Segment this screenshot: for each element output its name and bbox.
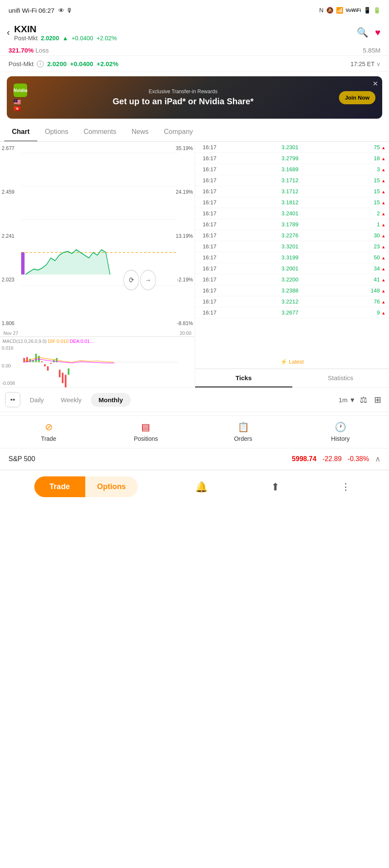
tick-time: 16:17 bbox=[197, 276, 222, 283]
nav-history[interactable]: 🕐 History bbox=[292, 422, 389, 442]
period-monthly[interactable]: Monthly bbox=[91, 393, 131, 407]
postmkt-row-label: Post-Mkt bbox=[8, 60, 34, 67]
tick-price: 3.2401 bbox=[222, 210, 358, 217]
tick-time: 16:17 bbox=[197, 188, 222, 195]
ad-subtitle: Exclusive Transfer-in Rewards bbox=[31, 89, 336, 95]
more-menu-icon[interactable]: ⋮ bbox=[337, 481, 355, 492]
market-ticker[interactable]: S&P 500 5998.74 -22.89 -0.38% ∧ bbox=[0, 448, 389, 470]
tick-row: 16:17 3.2200 41 ▲ bbox=[195, 274, 389, 285]
notification-bell-icon[interactable]: 🔔 bbox=[189, 481, 214, 493]
chevron-down-icon: ∨ bbox=[376, 61, 381, 67]
share-icon[interactable]: ⬆ bbox=[265, 481, 285, 493]
tab-company[interactable]: Company bbox=[156, 123, 200, 142]
tick-direction-icon: ▲ bbox=[381, 178, 386, 183]
macd-dea: DEA:0.01... bbox=[70, 339, 93, 344]
macd-y-labels: 0.016 0.00 -0.008 bbox=[2, 345, 15, 386]
postmkt-price: 2.0200 bbox=[41, 35, 59, 42]
latest-row[interactable]: ⚡ Latest bbox=[195, 355, 389, 369]
tick-row: 16:17 3.2001 34 ▲ bbox=[195, 263, 389, 274]
nav-positions-label: Positions bbox=[134, 435, 158, 442]
indicator-icon[interactable]: ⚖ bbox=[357, 395, 370, 405]
svg-rect-20 bbox=[50, 363, 52, 364]
nav-positions[interactable]: ▤ Positions bbox=[97, 422, 194, 442]
tick-row: 16:17 3.1812 15 ▲ bbox=[195, 197, 389, 208]
postmkt-row: Post-Mkt i 2.0200 +0.0400 +2.02% 17:25 E… bbox=[0, 56, 389, 72]
vowifi-icon: VoWiFi bbox=[346, 8, 361, 13]
postmkt-label: Post-Mkt bbox=[14, 35, 37, 42]
tick-volume: 2 ▲ bbox=[358, 210, 387, 217]
ticks-list[interactable]: 16:17 3.2301 75 ▲ 16:17 3.2799 18 ▲ 16:1… bbox=[195, 142, 389, 355]
tab-comments[interactable]: Comments bbox=[76, 123, 124, 142]
ticks-switch-btn[interactable]: Ticks bbox=[195, 369, 292, 387]
tick-row: 16:17 3.1712 15 ▲ bbox=[195, 186, 389, 197]
interval-value: 1m bbox=[339, 396, 347, 403]
trade-options-group: Trade Options bbox=[34, 476, 138, 497]
options-button[interactable]: Options bbox=[85, 476, 138, 497]
collapse-button[interactable]: ▪▪ bbox=[5, 392, 20, 407]
postmkt-time[interactable]: 17:25 ET ∨ bbox=[350, 61, 381, 67]
nav-orders[interactable]: 📋 Orders bbox=[195, 422, 292, 442]
bottom-nav: ⊘ Trade ▤ Positions 📋 Orders 🕐 History bbox=[0, 415, 389, 448]
chart-main[interactable]: 2.677 2.459 2.241 2.023 1.806 35.19% 24.… bbox=[0, 142, 195, 330]
tab-chart[interactable]: Chart bbox=[4, 123, 37, 142]
svg-rect-5 bbox=[21, 253, 25, 275]
chart-bottom-labels: Nov 27 20:00 bbox=[0, 330, 195, 337]
period-daily[interactable]: Daily bbox=[22, 393, 51, 407]
tick-direction-icon: ▲ bbox=[381, 211, 386, 216]
tick-price: 3.3201 bbox=[222, 243, 358, 250]
tick-price: 3.1689 bbox=[222, 166, 358, 172]
search-icon[interactable]: 🔍 bbox=[357, 27, 368, 38]
tick-direction-icon: ▲ bbox=[381, 267, 386, 271]
tick-time: 16:17 bbox=[197, 166, 222, 172]
tick-time: 16:17 bbox=[197, 309, 222, 316]
history-nav-icon: 🕐 bbox=[335, 422, 346, 433]
chart-svg: ⟳ → bbox=[0, 142, 195, 330]
tick-time: 16:17 bbox=[197, 199, 222, 206]
latest-label: Latest bbox=[289, 359, 304, 365]
back-button[interactable]: ‹ bbox=[7, 27, 10, 38]
tab-options[interactable]: Options bbox=[37, 123, 76, 142]
svg-text:→: → bbox=[145, 275, 151, 284]
sp500-change: -22.89 bbox=[322, 455, 341, 463]
svg-rect-25 bbox=[65, 375, 67, 387]
sp500-values: 5998.74 -22.89 -0.38% ∧ bbox=[292, 454, 381, 464]
statistics-switch-btn[interactable]: Statistics bbox=[292, 369, 389, 387]
nav-orders-label: Orders bbox=[234, 435, 252, 442]
info-icon[interactable]: i bbox=[37, 61, 44, 67]
sp500-pct: -0.38% bbox=[347, 455, 369, 463]
trade-button[interactable]: Trade bbox=[34, 476, 85, 497]
nav-trade[interactable]: ⊘ Trade bbox=[0, 422, 97, 442]
chart-date-label: Nov 27 bbox=[3, 331, 18, 336]
ticks-stats-switch: Ticks Statistics bbox=[195, 369, 389, 387]
ad-banner: ✕ Nvidia 🇲🇾🇭🇰 Exclusive Transfer-in Rewa… bbox=[7, 76, 382, 119]
ad-close-button[interactable]: ✕ bbox=[372, 80, 378, 88]
tick-row: 16:17 3.3199 50 ▲ bbox=[195, 252, 389, 263]
tabs-row: Chart Options Comments News Company bbox=[0, 123, 389, 142]
tick-price: 3.3199 bbox=[222, 254, 358, 261]
ad-title: Get up to an iPad* or Nvidia Share* bbox=[31, 96, 336, 106]
tick-direction-icon: ▲ bbox=[381, 223, 386, 227]
tab-news[interactable]: News bbox=[124, 123, 156, 142]
tick-volume: 76 ▲ bbox=[358, 298, 387, 305]
ticker-info: KXIN Post-Mkt 2.0200 ▲ +0.0400 +2.02% bbox=[14, 24, 117, 42]
layout-icon[interactable]: ⊞ bbox=[372, 395, 384, 405]
tick-time: 16:17 bbox=[197, 177, 222, 184]
interval-selector[interactable]: 1m ▼ bbox=[339, 396, 355, 403]
tick-row: 16:17 3.2799 18 ▲ bbox=[195, 153, 389, 164]
tick-row: 16:17 3.2301 75 ▲ bbox=[195, 142, 389, 153]
ad-join-button[interactable]: Join Now bbox=[339, 91, 375, 104]
macd-svg bbox=[0, 337, 195, 387]
tick-direction-icon: ▲ bbox=[381, 278, 386, 282]
svg-rect-23 bbox=[59, 370, 61, 377]
stat-volume: 5.85M bbox=[363, 47, 381, 54]
favorite-icon[interactable]: ♥ bbox=[375, 27, 381, 38]
postmkt-arrow: ▲ bbox=[62, 35, 68, 42]
tick-price: 3.1812 bbox=[222, 199, 358, 206]
postmkt-details: Post-Mkt i 2.0200 +0.0400 +2.02% bbox=[8, 60, 118, 67]
period-weekly[interactable]: Weekly bbox=[53, 393, 89, 407]
tick-price: 3.2276 bbox=[222, 232, 358, 239]
tick-volume: 75 ▲ bbox=[358, 144, 387, 150]
interval-chevron-icon: ▼ bbox=[349, 396, 355, 403]
tick-time: 16:17 bbox=[197, 265, 222, 272]
tick-row: 16:17 3.3201 23 ▲ bbox=[195, 241, 389, 252]
